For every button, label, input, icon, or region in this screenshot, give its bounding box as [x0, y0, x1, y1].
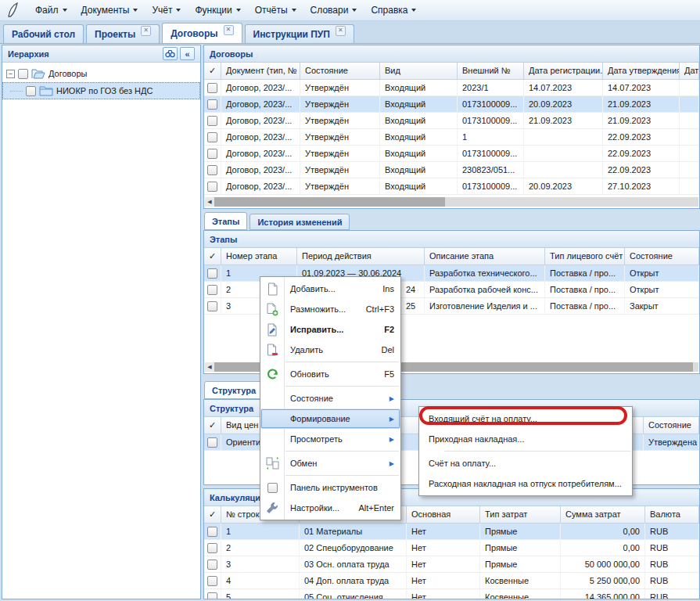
row-checkbox[interactable]	[207, 99, 217, 110]
tab-stages[interactable]: Этапы	[204, 212, 247, 230]
contracts-hscrollbar[interactable]: ◀	[205, 197, 698, 207]
tree-item[interactable]: −Договоры	[2, 65, 200, 82]
table-row[interactable]: 404 Доп. оплата трудаНетКосвенные5 250 0…	[204, 573, 699, 589]
table-cell: 20.09.2023	[524, 178, 603, 195]
row-checkbox[interactable]	[207, 165, 217, 175]
menubar-item-3[interactable]: Учёт	[145, 2, 188, 19]
submenu-item-расходная-накладная-на-отпуск-потребителям[interactable]: Расходная накладная на отпуск потребител…	[419, 473, 632, 494]
table-row[interactable]: Договор, 2023/...УтверждёнВходящий230823…	[204, 162, 699, 178]
menu-item-просмотреть[interactable]: Просмотреть▶	[260, 429, 400, 449]
tree-item-checkbox[interactable]	[26, 86, 36, 96]
table-row[interactable]: 101 МатериалыНетПрямые0,00RUB	[204, 524, 699, 540]
table-cell: 21.09.2023	[603, 113, 680, 129]
column-header[interactable]: Период действия	[297, 248, 425, 265]
collapse-panel-icon[interactable]: «	[180, 47, 195, 60]
menu-item-исправить[interactable]: Исправить...F2	[260, 319, 400, 340]
row-checkbox[interactable]	[207, 268, 217, 279]
menu-item-обновить[interactable]: ОбновитьF5	[260, 364, 400, 384]
row-checkbox[interactable]	[207, 576, 217, 586]
menubar-item-4[interactable]: Функции	[188, 2, 247, 19]
row-checkbox[interactable]	[207, 116, 217, 126]
table-row[interactable]: Договор, 2023/...УтверждёнВходящий2023/1…	[204, 80, 699, 96]
column-header[interactable]: Валюта	[645, 506, 699, 524]
row-checkbox[interactable]	[207, 301, 217, 311]
row-checkbox[interactable]	[207, 437, 217, 448]
column-header[interactable]: Описание этапа	[425, 248, 545, 265]
column-header[interactable]: Основная	[407, 506, 480, 524]
column-header[interactable]: Состояние	[644, 417, 699, 434]
row-checkbox[interactable]	[207, 182, 217, 192]
table-row[interactable]: Договор, 2023/...УтверждёнВходящий017310…	[204, 146, 699, 162]
table-cell: 0173100009...	[458, 96, 524, 113]
column-header[interactable]: ✓	[204, 63, 221, 80]
menubar-item-label: Файл	[35, 5, 59, 16]
tree-item[interactable]: НИОКР по ГОЗ без НДС	[2, 82, 200, 99]
scroll-thumb[interactable]	[214, 197, 445, 207]
table-row[interactable]: 202 СпецоборудованиеНетПрямые0,00RUB	[204, 540, 699, 556]
menubar-item-6[interactable]: Словари	[303, 2, 364, 19]
column-header[interactable]: Дата регистрации.	[524, 63, 603, 80]
table-cell: Нет	[407, 556, 480, 573]
menubar-item-1[interactable]: Файл	[28, 2, 74, 19]
menu-item-добавить[interactable]: Добавить...Ins	[260, 279, 400, 299]
scroll-left-icon[interactable]: ◀	[205, 197, 214, 207]
column-header[interactable]: Дата	[680, 63, 699, 80]
contracts-rows: Договор, 2023/...УтверждёнВходящий2023/1…	[204, 80, 699, 195]
main-tab-рабочий-стол[interactable]: Рабочий стол	[3, 24, 84, 43]
row-checkbox[interactable]	[207, 83, 217, 93]
menu-item-панель-инструментов[interactable]: Панель инструментов	[260, 477, 400, 498]
close-tab-icon[interactable]	[336, 26, 346, 36]
row-checkbox[interactable]	[207, 592, 217, 600]
column-header[interactable]: ✓	[204, 417, 221, 434]
menu-item-настройки[interactable]: Настройки...Alt+Enter	[260, 498, 400, 518]
table-row[interactable]: Договор, 2023/...УтверждёнВходящий017310…	[204, 178, 699, 195]
menu-item-размножить[interactable]: Размножить...Ctrl+F3	[260, 299, 400, 319]
row-checkbox[interactable]	[207, 560, 217, 570]
tab-history[interactable]: История изменений	[249, 214, 350, 230]
column-header[interactable]: Дата утверждения	[603, 63, 680, 80]
table-row[interactable]: 303 Осн. оплата трудаНетПрямые50 000 000…	[204, 556, 699, 573]
table-row[interactable]: 505 Соц. отчисленияНетКосвенные14 365 00…	[204, 589, 699, 599]
close-tab-icon[interactable]	[141, 26, 151, 36]
binoculars-icon[interactable]	[163, 47, 178, 60]
main-tab-проекты[interactable]: Проекты	[86, 24, 160, 43]
menu-item-удалить[interactable]: УдалитьDel	[260, 340, 400, 360]
submenu-item-счёт-на-оплату[interactable]: Счёт на оплату...	[419, 453, 632, 473]
close-tab-icon[interactable]	[224, 25, 234, 35]
table-row[interactable]: Договор, 2023/...УтверждёнВходящий017310…	[204, 113, 699, 129]
column-header[interactable]: ✓	[204, 506, 221, 524]
menu-item-обмен[interactable]: Обмен▶	[260, 453, 400, 473]
column-header[interactable]: Состояние	[300, 63, 380, 80]
column-header[interactable]: Тип затрат	[480, 506, 561, 524]
menubar-item-5[interactable]: Отчёты	[248, 2, 303, 19]
menubar-item-2[interactable]: Документы	[74, 2, 145, 19]
menu-item-формирование[interactable]: Формирование▶	[260, 408, 400, 429]
main-tab-договоры[interactable]: Договоры	[162, 23, 242, 43]
column-header[interactable]: ✓	[204, 248, 221, 265]
menu-item-состояние[interactable]: Состояние▶	[260, 388, 400, 408]
row-checkbox[interactable]	[207, 285, 217, 295]
row-checkbox[interactable]	[207, 527, 217, 537]
column-header[interactable]: Сумма затрат	[561, 506, 645, 524]
column-header[interactable]: Внешний №	[458, 63, 524, 80]
table-row[interactable]: Договор, 2023/...УтверждёнВходящий122.09…	[204, 129, 699, 146]
tree-item-checkbox[interactable]	[18, 69, 28, 79]
table-cell: 14.07.2023	[603, 80, 680, 96]
submenu-arrow-icon: ▶	[389, 416, 394, 423]
column-header[interactable]: Номер этапа	[221, 248, 297, 265]
main-tab-инструкции-пуп[interactable]: Инструкции ПУП	[245, 24, 354, 43]
menubar-item-7[interactable]: Справка	[364, 2, 423, 19]
column-header[interactable]: Документ (тип, №	[221, 63, 300, 80]
column-header[interactable]: Тип лицевого счёт	[545, 248, 625, 265]
table-cell: Договор, 2023/...	[221, 96, 300, 113]
row-checkbox[interactable]	[207, 543, 217, 553]
table-row[interactable]: Договор, 2023/...УтверждёнВходящий017310…	[204, 96, 699, 113]
column-header[interactable]: Вид	[380, 63, 458, 80]
tree-expander-icon[interactable]: −	[6, 70, 15, 78]
tab-structure[interactable]: Структура	[204, 381, 264, 399]
row-checkbox[interactable]	[207, 132, 217, 142]
scroll-left-icon[interactable]: ◀	[205, 362, 214, 372]
column-header[interactable]: Состояние	[625, 248, 699, 265]
submenu-item-приходная-накладная[interactable]: Приходная накладная...	[419, 429, 632, 449]
row-checkbox[interactable]	[207, 149, 217, 159]
